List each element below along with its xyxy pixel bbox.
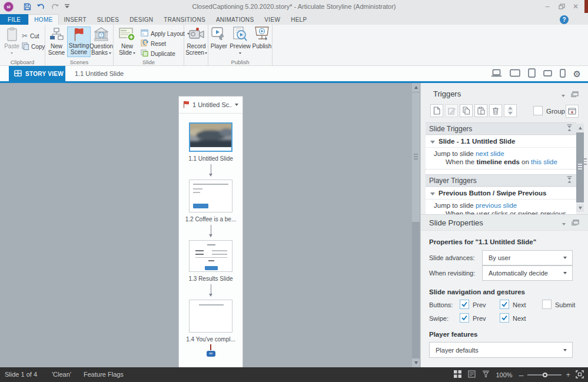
trigger-wizard-button[interactable] xyxy=(566,105,579,118)
tab-home[interactable]: HOME xyxy=(28,14,58,25)
zoom-level-label[interactable]: 100% xyxy=(496,371,512,378)
triggers-scroll-up[interactable] xyxy=(576,124,584,132)
zoom-slider-knob[interactable] xyxy=(543,373,547,377)
tab-file[interactable]: FILE xyxy=(0,14,28,25)
properties-collapse-icon[interactable] xyxy=(562,220,566,227)
triggers-collapse-icon[interactable] xyxy=(562,92,565,99)
preview-screen-icon[interactable] xyxy=(482,370,490,379)
tab-view[interactable]: VIEW xyxy=(259,14,285,25)
tab-design[interactable]: DESIGN xyxy=(124,14,158,25)
preview-phone-landscape-icon[interactable] xyxy=(543,70,552,78)
swipe-next-checkbox[interactable] xyxy=(500,313,509,323)
feature-flags-label[interactable]: Feature Flags xyxy=(84,371,124,378)
zoom-out-button[interactable]: – xyxy=(519,370,524,380)
theme-label[interactable]: 'Clean' xyxy=(52,371,71,378)
nav-gestures-heading: Slide navigation and gestures xyxy=(429,288,525,295)
record-screen-button[interactable]: Record Screen xyxy=(184,26,208,56)
apply-layout-button[interactable]: Apply Layout xyxy=(141,29,190,38)
group-checkbox-label: Group xyxy=(546,108,565,115)
buttons-prev-checkbox[interactable] xyxy=(460,300,469,309)
slide-thumbnail-3[interactable] xyxy=(189,240,232,272)
properties-float-icon[interactable] xyxy=(572,220,579,227)
copy-button[interactable]: Copy xyxy=(22,42,45,51)
result-connector-line xyxy=(210,344,211,350)
when-revisiting-dropdown[interactable]: Automatically decide xyxy=(482,265,573,281)
reorder-trigger-button[interactable] xyxy=(504,104,517,117)
new-slide-button[interactable]: New Slide xyxy=(117,26,138,56)
new-trigger-button[interactable] xyxy=(430,104,443,117)
copy-trigger-button[interactable] xyxy=(460,104,473,117)
fit-to-window-icon[interactable] xyxy=(576,370,584,380)
starting-scene-button[interactable]: Starting Scene xyxy=(67,26,91,57)
swipe-prev-checkbox[interactable] xyxy=(460,313,469,323)
player-button[interactable]: Player xyxy=(210,26,228,49)
canvas-vertical-scrollbar[interactable] xyxy=(412,83,420,367)
scene-dropdown-icon[interactable] xyxy=(235,104,238,106)
tab-transitions[interactable]: TRANSITIONS xyxy=(158,14,211,25)
trigger-group-row[interactable]: Previous Button / Swipe Previous xyxy=(426,187,576,200)
tab-help[interactable]: HELP xyxy=(285,14,312,25)
preview-tablet-portrait-icon[interactable] xyxy=(528,68,536,79)
grid-view-icon[interactable] xyxy=(454,370,461,379)
publish-button[interactable]: Publish xyxy=(252,26,272,49)
preview-laptop-icon[interactable] xyxy=(491,69,502,78)
trigger-group-row[interactable]: Slide - 1.1 Untitled Slide xyxy=(426,135,576,148)
player-triggers-header[interactable]: Player Triggers xyxy=(426,174,576,187)
buttons-submit-checkbox[interactable] xyxy=(542,300,552,309)
scroll-up-button[interactable] xyxy=(412,83,420,92)
tab-insert[interactable]: INSERT xyxy=(59,14,92,25)
paste-button[interactable]: Paste xyxy=(2,26,21,56)
player-features-dropdown[interactable]: Player defaults xyxy=(429,342,573,358)
slide-thumbnail-2[interactable] xyxy=(189,180,232,212)
collapse-all-icon[interactable] xyxy=(566,124,573,134)
duplicate-button[interactable]: Duplicate xyxy=(141,49,175,58)
tab-story-view[interactable]: STORY VIEW xyxy=(9,66,65,81)
slide-label-3: 1.3 Results Slide xyxy=(188,275,232,282)
reset-button[interactable]: Reset xyxy=(141,39,166,48)
triggers-float-icon[interactable] xyxy=(571,91,579,99)
zoom-slider[interactable] xyxy=(527,372,562,377)
panel-resize-grip[interactable] xyxy=(584,158,587,165)
tab-slide-1-1[interactable]: 1.1 Untitled Slide xyxy=(75,66,124,81)
triggers-scrollbar-thumb[interactable] xyxy=(576,132,584,202)
scroll-down-button[interactable] xyxy=(412,358,420,367)
group-label-slide: Slide xyxy=(114,59,184,65)
notes-view-icon[interactable] xyxy=(468,370,476,379)
slide-thumbnail-4[interactable] xyxy=(189,300,232,333)
trigger-row[interactable]: Jump to slide previous slide xyxy=(426,200,576,209)
preview-tablet-landscape-icon[interactable] xyxy=(510,69,520,78)
tab-animations[interactable]: ANIMATIONS xyxy=(211,14,259,25)
story-canvas[interactable]: 1 Untitled Sc... xyxy=(0,83,420,367)
scene-header[interactable]: 1 Untitled Sc... xyxy=(179,97,242,114)
triggers-scroll-down[interactable] xyxy=(576,204,584,212)
trigger-condition-row[interactable]: When the user clicks or swipes previous.… xyxy=(426,209,576,214)
slide-properties-panel: Slide Properties Properties for "1.1 Unt… xyxy=(421,214,588,367)
minimize-button[interactable]: – xyxy=(543,2,552,11)
edit-trigger-button[interactable] xyxy=(445,104,458,117)
slide-advances-dropdown[interactable]: By user xyxy=(482,250,573,265)
restore-button[interactable] xyxy=(557,2,566,11)
triggers-scrollbar[interactable] xyxy=(576,124,584,212)
buttons-next-checkbox[interactable] xyxy=(500,300,509,309)
scrollbar-thumb[interactable] xyxy=(412,92,420,222)
new-scene-button[interactable]: New Scene xyxy=(46,26,67,56)
player-settings-gear-icon[interactable]: ⚙ xyxy=(573,69,581,78)
zoom-in-button[interactable]: + xyxy=(566,370,570,379)
group-checkbox[interactable] xyxy=(533,106,543,115)
paste-trigger-button[interactable] xyxy=(474,104,487,117)
question-banks-button[interactable]: ? Question Banks xyxy=(89,26,114,56)
slide-thumbnail-1[interactable] xyxy=(189,122,232,152)
slide-triggers-header[interactable]: Slide Triggers xyxy=(426,122,576,135)
trigger-condition-row[interactable]: When the timeline ends on this slide xyxy=(426,157,576,170)
window-edge-strip xyxy=(584,0,588,13)
preview-phone-portrait-icon[interactable] xyxy=(560,69,566,79)
delete-trigger-button[interactable] xyxy=(489,104,502,117)
trigger-row[interactable]: Jump to slide next slide xyxy=(426,148,576,157)
cut-button[interactable]: ✂Cut xyxy=(22,32,39,40)
collapse-all-icon[interactable] xyxy=(566,176,573,185)
slide-properties-title: Slide Properties xyxy=(429,218,483,227)
close-button[interactable]: ✕ xyxy=(572,2,580,11)
tab-slides[interactable]: SLIDES xyxy=(92,14,124,25)
preview-button[interactable]: Preview xyxy=(228,26,252,56)
help-icon[interactable]: ? xyxy=(560,15,569,24)
